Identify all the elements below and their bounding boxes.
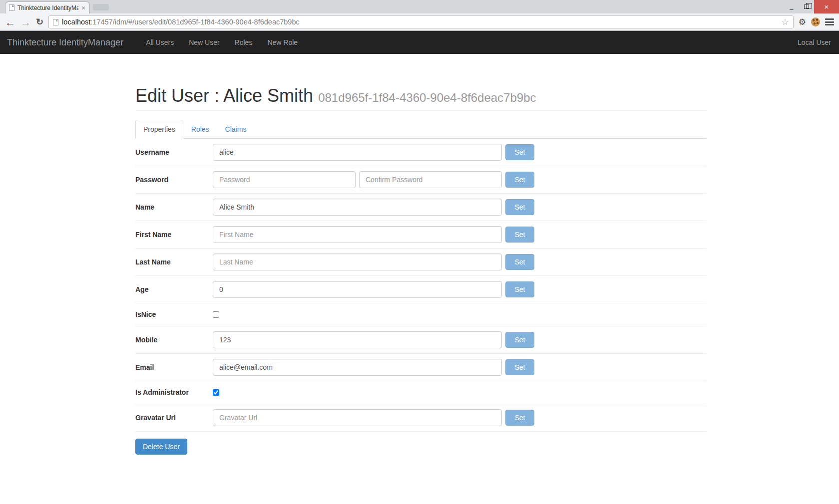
username-label: Username <box>135 148 213 156</box>
nav-item-new-user[interactable]: New User <box>181 32 227 53</box>
nav-link-new-role[interactable]: New Role <box>260 32 305 53</box>
browser-toolbar: ← → ↻ localhost:17457/idm/#/users/edit/0… <box>0 13 839 31</box>
email-input[interactable] <box>213 359 502 376</box>
first-name-input[interactable] <box>213 226 502 243</box>
mobile-set-button[interactable]: Set <box>505 332 534 348</box>
gravatar-url-set-button[interactable]: Set <box>505 410 534 426</box>
username-set-button[interactable]: Set <box>505 144 534 160</box>
row-password: Password Set <box>135 166 707 194</box>
browser-chrome: Thinktecture IdentityMana × – × ← → ↻ lo… <box>0 0 839 31</box>
name-input[interactable] <box>213 199 502 216</box>
window-restore-button[interactable] <box>799 0 814 13</box>
nav-item-new-role[interactable]: New Role <box>260 32 305 53</box>
name-set-button[interactable]: Set <box>505 199 534 215</box>
tab-title: Thinktecture IdentityMana <box>17 4 78 11</box>
bookmark-star-icon[interactable]: ☆ <box>782 17 789 27</box>
user-id-subtitle: 081d965f-1f84-4360-90e4-8f6deac7b9bc <box>318 91 536 104</box>
url-path: :17457/idm/#/users/edit/081d965f-1f84-43… <box>90 18 299 26</box>
last-name-set-button[interactable]: Set <box>505 254 534 270</box>
nav-link-roles[interactable]: Roles <box>227 32 260 53</box>
mobile-label: Mobile <box>135 336 213 344</box>
local-user-label: Local User <box>798 38 832 46</box>
page-title: Edit User : Alice Smith 081d965f-1f84-43… <box>135 86 707 106</box>
content-container: Edit User : Alice Smith 081d965f-1f84-43… <box>135 86 707 455</box>
first-name-set-button[interactable]: Set <box>505 227 534 243</box>
url-text[interactable]: localhost:17457/idm/#/users/edit/081d965… <box>62 18 778 26</box>
nav-item-all-users[interactable]: All Users <box>138 32 181 53</box>
age-label: Age <box>135 285 213 293</box>
main-content: Edit User : Alice Smith 081d965f-1f84-43… <box>0 86 839 455</box>
row-name: Name Set <box>135 194 707 221</box>
row-age: Age Set <box>135 276 707 303</box>
password-set-button[interactable]: Set <box>505 172 534 188</box>
navbar-brand[interactable]: Thinktecture IdentityManager <box>7 37 123 48</box>
tab-roles[interactable]: Roles <box>183 120 217 139</box>
app-navbar: Thinktecture IdentityManager All Users N… <box>0 31 839 54</box>
nav-link-all-users[interactable]: All Users <box>138 32 181 53</box>
browser-tab[interactable]: Thinktecture IdentityMana × <box>5 1 90 13</box>
nav-link-new-user[interactable]: New User <box>181 32 227 53</box>
row-mobile: Mobile Set <box>135 326 707 354</box>
window-close-button[interactable]: × <box>814 0 839 13</box>
delete-user-button[interactable]: Delete User <box>135 439 187 455</box>
page-header: Edit User : Alice Smith 081d965f-1f84-43… <box>135 86 707 111</box>
password-input[interactable] <box>213 171 356 188</box>
name-label: Name <box>135 203 213 211</box>
new-tab-button[interactable] <box>93 4 109 10</box>
nav-item-roles[interactable]: Roles <box>227 32 260 53</box>
email-label: Email <box>135 363 213 371</box>
username-input[interactable] <box>213 144 502 161</box>
tab-claims[interactable]: Claims <box>217 120 255 139</box>
is-administrator-checkbox[interactable] <box>213 389 219 396</box>
page-favicon-icon <box>9 4 14 11</box>
age-set-button[interactable]: Set <box>505 281 534 297</box>
tab-close-icon[interactable]: × <box>81 4 85 11</box>
first-name-label: First Name <box>135 231 213 239</box>
last-name-label: Last Name <box>135 258 213 266</box>
row-is-administrator: Is Administrator <box>135 381 707 404</box>
confirm-password-input[interactable] <box>359 171 502 188</box>
is-nice-checkbox[interactable] <box>213 311 219 318</box>
tab-bar: Properties Roles Claims <box>135 120 707 139</box>
navbar-links: All Users New User Roles New Role <box>138 32 305 53</box>
row-email: Email Set <box>135 354 707 381</box>
reload-icon[interactable]: ↻ <box>36 16 43 27</box>
gravatar-url-label: Gravatar Url <box>135 414 213 422</box>
url-host: localhost <box>62 18 90 26</box>
address-bar[interactable]: localhost:17457/idm/#/users/edit/081d965… <box>48 15 794 28</box>
row-first-name: First Name Set <box>135 221 707 249</box>
is-administrator-label: Is Administrator <box>135 388 213 396</box>
window-controls: – × <box>784 0 839 13</box>
row-last-name: Last Name Set <box>135 249 707 276</box>
is-nice-label: IsNice <box>135 310 213 318</box>
forward-icon[interactable]: → <box>20 17 31 27</box>
row-gravatar-url: Gravatar Url Set <box>135 404 707 432</box>
restore-icon <box>804 4 809 9</box>
password-label: Password <box>135 176 213 184</box>
cookie-icon[interactable] <box>811 17 820 26</box>
last-name-input[interactable] <box>213 253 502 270</box>
edit-user-form: Username Set Password Set Name Set First… <box>135 139 707 455</box>
page-title-text: Edit User : Alice Smith <box>135 85 313 106</box>
url-page-icon <box>53 19 58 25</box>
gravatar-url-input[interactable] <box>213 409 502 426</box>
email-set-button[interactable]: Set <box>505 359 534 375</box>
back-icon[interactable]: ← <box>5 17 15 27</box>
window-minimize-button[interactable]: – <box>784 0 799 13</box>
age-input[interactable] <box>213 281 502 298</box>
row-is-nice: IsNice <box>135 303 707 326</box>
mobile-input[interactable] <box>213 331 502 348</box>
browser-tab-strip: Thinktecture IdentityMana × – × <box>0 0 839 13</box>
row-username: Username Set <box>135 139 707 166</box>
gear-icon[interactable]: ⚙ <box>799 17 806 27</box>
menu-icon[interactable] <box>825 18 834 25</box>
tab-properties[interactable]: Properties <box>135 120 183 139</box>
